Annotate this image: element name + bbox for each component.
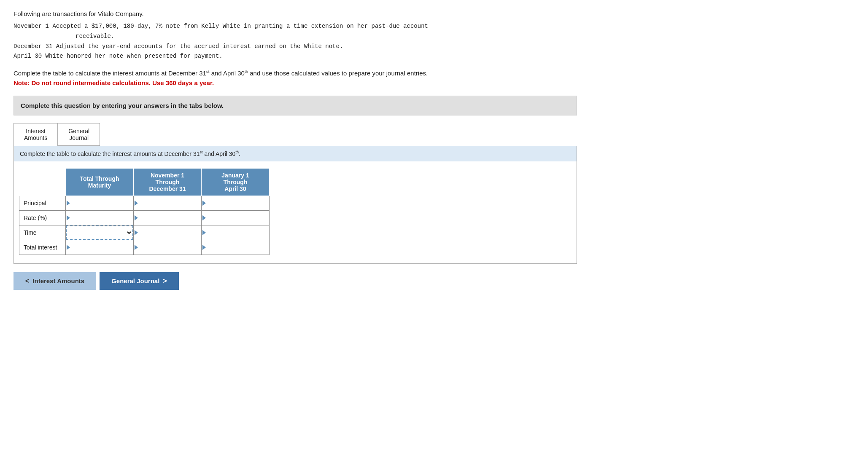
- arrow-principal-jan1: [202, 201, 206, 206]
- question-box-text: Complete this question by entering your …: [21, 102, 224, 109]
- intro-line1: Following are transactions for Vitalo Co…: [13, 10, 577, 17]
- cell-rate-jan1[interactable]: [202, 210, 270, 225]
- col-header-nov1-dec31: November 1ThroughDecember 31: [134, 168, 202, 196]
- input-totalint-nov1[interactable]: [134, 240, 201, 255]
- transaction-line-3: December 31 Adjusted the year-end accoun…: [13, 42, 577, 52]
- transaction-line-4: April 30 White honored her note when pre…: [13, 51, 577, 62]
- cell-rate-total[interactable]: [66, 210, 134, 225]
- cell-time-total[interactable]: 180/360 60/360 120/360: [66, 225, 134, 240]
- input-time-nov1[interactable]: [134, 225, 201, 240]
- cell-principal-nov1[interactable]: [134, 196, 202, 210]
- row-label-total-interest: Total interest: [19, 240, 66, 255]
- cell-rate-nov1[interactable]: [134, 210, 202, 225]
- select-time-total[interactable]: 180/360 60/360 120/360: [67, 226, 132, 239]
- row-time: Time 180/360 60/360 120/360: [19, 225, 270, 240]
- cell-total-interest-jan1[interactable]: [202, 240, 270, 255]
- transactions-block: November 1 Accepted a $17,000, 180-day, …: [13, 21, 577, 62]
- tabs-container: InterestAmounts GeneralJournal: [13, 123, 577, 146]
- prev-chevron-icon: <: [25, 277, 29, 285]
- cell-time-jan1[interactable]: [202, 225, 270, 240]
- row-principal: Principal: [19, 196, 270, 210]
- next-button[interactable]: General Journal >: [100, 272, 179, 290]
- input-principal-total[interactable]: [66, 196, 133, 210]
- arrow-time-nov1: [135, 230, 138, 235]
- tab-content-area: Complete the table to calculate the inte…: [13, 146, 577, 264]
- col-header-total-maturity: Total ThroughMaturity: [66, 168, 134, 196]
- arrow-time-jan1: [202, 230, 206, 235]
- arrow-principal-nov1: [135, 201, 138, 206]
- table-area: Total ThroughMaturity November 1ThroughD…: [14, 161, 577, 263]
- input-principal-nov1[interactable]: [134, 196, 201, 210]
- input-rate-total[interactable]: [66, 211, 133, 225]
- col-header-jan1-apr30: January 1ThroughApril 30: [202, 168, 270, 196]
- input-totalint-jan1[interactable]: [202, 240, 269, 255]
- arrow-totalint-jan1: [202, 245, 206, 250]
- row-label-time: Time: [19, 225, 66, 240]
- col-header-empty: [19, 168, 66, 196]
- cell-time-nov1[interactable]: [134, 225, 202, 240]
- next-chevron-icon: >: [163, 277, 167, 285]
- transaction-line-2: receivable.: [13, 32, 577, 42]
- row-rate: Rate (%): [19, 210, 270, 225]
- arrow-rate-jan1: [202, 215, 206, 220]
- cell-principal-jan1[interactable]: [202, 196, 270, 210]
- input-time-jan1[interactable]: [202, 225, 269, 240]
- prev-button[interactable]: < Interest Amounts: [13, 272, 96, 290]
- input-rate-jan1[interactable]: [202, 211, 269, 225]
- arrow-totalint-nov1: [135, 245, 138, 250]
- input-totalint-total[interactable]: [66, 240, 133, 255]
- cell-total-interest-total[interactable]: [66, 240, 134, 255]
- row-label-principal: Principal: [19, 196, 66, 210]
- arrow-totalint-total: [67, 245, 70, 250]
- complete-instructions: Complete the table to calculate the inte…: [13, 69, 577, 77]
- question-box: Complete this question by entering your …: [13, 96, 577, 115]
- transaction-line-1: November 1 Accepted a $17,000, 180-day, …: [13, 21, 577, 32]
- arrow-principal-total: [67, 201, 70, 206]
- input-rate-nov1[interactable]: [134, 211, 201, 225]
- prev-button-label: Interest Amounts: [32, 277, 84, 284]
- cell-principal-total[interactable]: [66, 196, 134, 210]
- tab-general-journal[interactable]: GeneralJournal: [58, 123, 100, 146]
- arrow-rate-nov1: [135, 215, 138, 220]
- interest-table: Total ThroughMaturity November 1ThroughD…: [19, 168, 270, 255]
- input-principal-jan1[interactable]: [202, 196, 269, 210]
- nav-buttons: < Interest Amounts General Journal >: [13, 272, 577, 290]
- note-text: Note: Do not round intermediate calculat…: [13, 79, 577, 86]
- next-button-label: General Journal: [111, 277, 159, 284]
- row-label-rate: Rate (%): [19, 210, 66, 225]
- tab-instruction: Complete the table to calculate the inte…: [14, 146, 577, 161]
- tab-interest-amounts[interactable]: InterestAmounts: [13, 123, 58, 146]
- row-total-interest: Total interest: [19, 240, 270, 255]
- cell-total-interest-nov1[interactable]: [134, 240, 202, 255]
- arrow-rate-total: [67, 215, 70, 220]
